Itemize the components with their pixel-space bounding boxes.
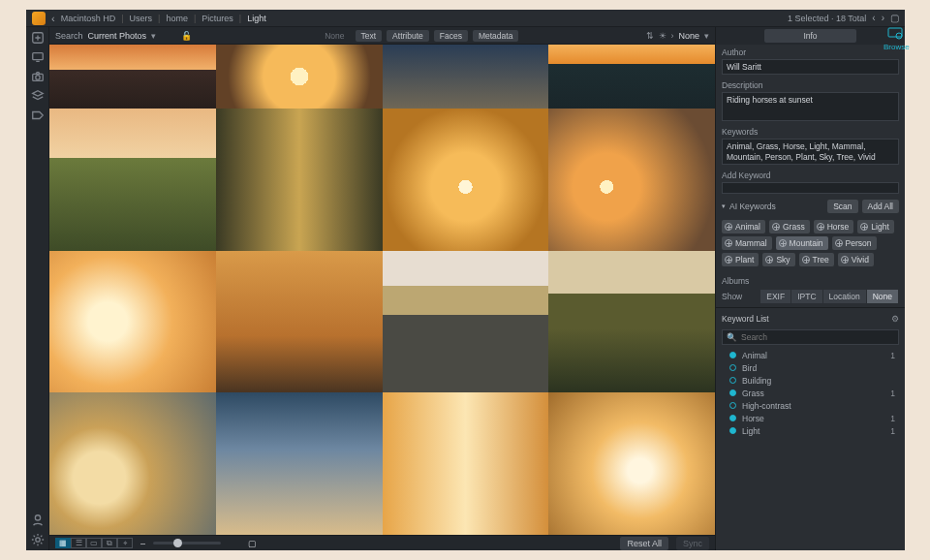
thumbnail-savanna-trees[interactable]: [548, 251, 715, 393]
keyword-row-bird[interactable]: Bird: [716, 361, 905, 374]
thumbnail-horseback-sunset[interactable]: [383, 109, 549, 251]
add-tag-icon: [725, 256, 732, 264]
next-item-chevron[interactable]: ›: [882, 13, 884, 23]
sort-dir-icon[interactable]: ›: [671, 31, 674, 41]
add-tag-icon: [725, 223, 732, 231]
import-icon[interactable]: [31, 31, 45, 45]
breadcrumb-seg-2[interactable]: home: [166, 14, 188, 23]
thumbnail-city-sunset[interactable]: [49, 45, 216, 109]
thumbnail-dusky-lake[interactable]: [383, 45, 549, 109]
breadcrumb-seg-3[interactable]: Pictures: [202, 14, 233, 23]
folder-up-icon[interactable]: ▢: [890, 13, 899, 23]
keyword-label: Animal: [742, 351, 767, 360]
ai-tag-tree[interactable]: Tree: [799, 253, 834, 266]
add-tag-icon: [802, 256, 810, 264]
lock-open-icon[interactable]: 🔓: [181, 31, 192, 41]
disclosure-caret-icon[interactable]: ▾: [722, 202, 726, 210]
stack-icon[interactable]: [31, 89, 45, 103]
keyword-list-label: Keyword List: [722, 314, 769, 324]
filter-chip-text[interactable]: Text: [356, 30, 383, 42]
thumbnail-forest-rays[interactable]: [216, 109, 383, 251]
keyword-row-building[interactable]: Building: [716, 374, 905, 387]
thumbnail-pier-sunset[interactable]: [548, 45, 715, 109]
album-seg-none[interactable]: None: [867, 290, 899, 303]
keyword-row-high-contrast[interactable]: High-contrast: [716, 399, 905, 412]
thumbnail-mountain-haze[interactable]: [383, 251, 549, 393]
sort-dropdown-icon[interactable]: ▾: [704, 31, 709, 41]
nav-back-chevron[interactable]: ‹: [51, 13, 55, 24]
keyword-list-gear-icon[interactable]: ⚙: [891, 314, 899, 324]
add-keyword-field[interactable]: [722, 182, 899, 194]
auto-enhance-icon[interactable]: ☀: [659, 31, 666, 41]
view-list-icon[interactable]: ☰: [71, 538, 86, 548]
keyword-row-horse[interactable]: Horse1: [716, 412, 905, 424]
browse-mode-icon[interactable]: Browse: [884, 27, 907, 56]
thumbnail-clouds-break[interactable]: [216, 392, 383, 535]
view-map-icon[interactable]: ⌖: [117, 538, 133, 548]
ai-tag-mammal[interactable]: Mammal: [722, 236, 772, 250]
filter-chip-none[interactable]: None: [319, 30, 350, 42]
sync-button[interactable]: Sync: [676, 537, 709, 550]
thumbnail-blonde-field[interactable]: [548, 392, 715, 535]
add-tag-icon: [817, 223, 824, 231]
keyword-row-grass[interactable]: Grass1: [716, 387, 905, 399]
ai-tag-vivid[interactable]: Vivid: [838, 253, 874, 266]
prev-item-chevron[interactable]: ‹: [872, 13, 875, 23]
ai-tag-animal[interactable]: Animal: [722, 220, 765, 233]
ai-tag-sky[interactable]: Sky: [762, 253, 794, 266]
keyword-row-light[interactable]: Light1: [716, 424, 905, 437]
view-single-icon[interactable]: ▭: [86, 538, 102, 548]
breadcrumb-seg-0[interactable]: Macintosh HD: [61, 14, 116, 23]
keywords-field[interactable]: Animal, Grass, Horse, Light, Mammal, Mou…: [722, 139, 899, 165]
svg-point-7: [896, 33, 902, 39]
keyword-row-animal[interactable]: Animal1: [716, 349, 905, 361]
thumbnail-lensball-sunset[interactable]: [49, 392, 216, 535]
album-seg-iptc[interactable]: IPTC: [791, 290, 822, 303]
thumbnail-man-silhouette[interactable]: [383, 392, 549, 535]
breadcrumb-seg-1[interactable]: Users: [130, 14, 153, 23]
ai-tag-plant[interactable]: Plant: [722, 253, 759, 266]
thumbnail-woman-backlit[interactable]: [49, 251, 216, 393]
thumbnail-sun-closeup[interactable]: [216, 45, 383, 109]
ai-tag-horse[interactable]: Horse: [814, 220, 854, 233]
ai-tag-label: Grass: [783, 222, 805, 232]
thumbnail-size-slider[interactable]: [153, 542, 221, 544]
view-compare-icon[interactable]: ⧉: [102, 538, 117, 548]
ai-keywords-header[interactable]: ▾ AI Keywords Scan Add All: [716, 197, 905, 216]
description-field[interactable]: Riding horses at sunset: [722, 92, 899, 121]
user-icon[interactable]: [31, 513, 45, 527]
album-seg-location[interactable]: Location: [823, 290, 867, 303]
keywords-label: Keywords: [722, 127, 899, 137]
ai-tag-person[interactable]: Person: [832, 236, 877, 250]
sort-icon[interactable]: ⇅: [646, 31, 654, 41]
thumbnail-vineyard-dawn[interactable]: [49, 109, 216, 251]
sort-value[interactable]: None: [679, 31, 700, 41]
album-seg-exif[interactable]: EXIF: [760, 290, 791, 303]
author-field[interactable]: Will Saritt: [722, 59, 899, 75]
keyword-search-input[interactable]: [741, 332, 894, 342]
monitor-icon[interactable]: [31, 50, 45, 64]
filter-chip-faces[interactable]: Faces: [434, 30, 468, 42]
thumbnail-branches-glow[interactable]: [548, 109, 715, 251]
filter-chip-attribute[interactable]: Attribute: [387, 30, 429, 42]
zoom-in-icon[interactable]: ▢: [248, 539, 257, 548]
settings-icon[interactable]: [31, 533, 45, 546]
ai-tag-mountain[interactable]: Mountain: [776, 236, 828, 250]
breadcrumb-seg-4[interactable]: Light: [247, 14, 266, 23]
view-grid-icon[interactable]: ▦: [55, 538, 71, 548]
label-icon[interactable]: [31, 109, 45, 122]
inspector-header: Info Browse: [716, 27, 905, 45]
thumbnail-golden-grass[interactable]: [216, 251, 383, 393]
app-logo: [32, 12, 46, 25]
scan-button[interactable]: Scan: [827, 200, 857, 213]
reset-all-button[interactable]: Reset All: [620, 537, 668, 550]
ai-tag-grass[interactable]: Grass: [769, 220, 810, 233]
keyword-search-box[interactable]: 🔍: [722, 329, 899, 345]
ai-tag-light[interactable]: Light: [857, 220, 893, 233]
filter-chip-metadata[interactable]: Metadata: [473, 30, 518, 42]
zoom-out-icon[interactable]: –: [140, 539, 145, 548]
scope-dropdown-icon[interactable]: ▾: [151, 31, 156, 41]
search-scope[interactable]: Current Photos: [88, 31, 147, 41]
add-all-button[interactable]: Add All: [862, 200, 899, 213]
camera-icon[interactable]: [31, 70, 45, 83]
